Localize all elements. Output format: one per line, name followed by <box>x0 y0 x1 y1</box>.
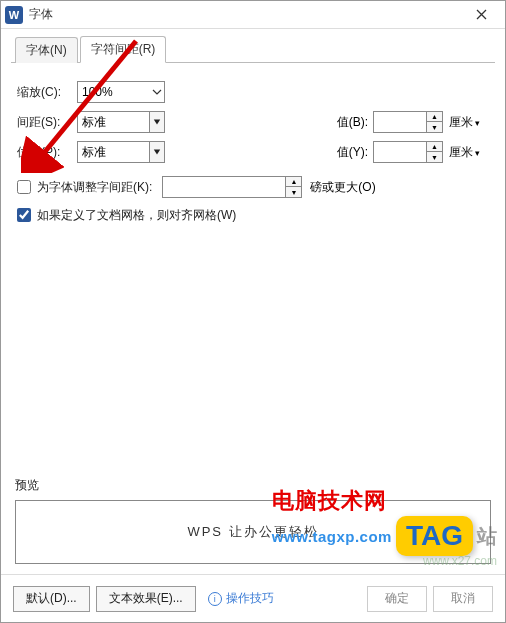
title-bar: W 字体 <box>1 1 505 29</box>
dialog-body: 字体(N) 字符间距(R) 缩放(C): 间距(S): 值 <box>1 29 505 622</box>
triangle-down-icon <box>153 148 161 156</box>
kerning-spinner[interactable]: ▲ ▼ <box>162 176 302 198</box>
position-select[interactable] <box>77 141 165 163</box>
position-y-up-button[interactable]: ▲ <box>427 142 442 152</box>
position-label: 位置(P): <box>17 144 77 161</box>
footer: 默认(D)... 文本效果(E)... i 操作技巧 确定 取消 <box>1 574 505 622</box>
tab-strip: 字体(N) 字符间距(R) <box>11 37 495 63</box>
kerning-label[interactable]: 为字体调整字间距(K): <box>37 179 152 196</box>
spacing-value-b-label: 值(B): <box>318 114 368 131</box>
kerning-up-button[interactable]: ▲ <box>286 177 301 187</box>
triangle-down-icon <box>153 118 161 126</box>
unit-caret-icon: ▾ <box>475 118 480 128</box>
cancel-button[interactable]: 取消 <box>433 586 493 612</box>
preview-section: 预览 WPS 让办公更轻松 <box>15 477 491 564</box>
unit-caret-icon: ▾ <box>475 148 480 158</box>
default-button[interactable]: 默认(D)... <box>13 586 90 612</box>
scale-combobox[interactable] <box>77 81 165 103</box>
info-icon: i <box>208 592 222 606</box>
window-title: 字体 <box>29 6 461 23</box>
spacing-value-b-spinner[interactable]: ▲ ▼ <box>373 111 443 133</box>
preview-label: 预览 <box>15 477 491 494</box>
spacing-b-down-button[interactable]: ▼ <box>427 122 442 132</box>
scale-dropdown-button[interactable] <box>149 82 164 102</box>
form-area: 缩放(C): 间距(S): 值(B): <box>11 63 495 229</box>
spacing-value[interactable] <box>78 115 149 129</box>
close-button[interactable] <box>461 1 501 29</box>
position-unit-y: 厘米▾ <box>449 144 489 161</box>
chevron-down-icon <box>152 87 162 97</box>
position-dropdown-button[interactable] <box>149 142 164 162</box>
ok-button[interactable]: 确定 <box>367 586 427 612</box>
preview-box: WPS 让办公更轻松 <box>15 500 491 564</box>
svg-marker-1 <box>154 150 160 155</box>
app-icon: W <box>5 6 23 24</box>
scale-label: 缩放(C): <box>17 84 77 101</box>
kerning-input[interactable] <box>163 180 285 194</box>
spacing-dropdown-button[interactable] <box>149 112 164 132</box>
spacing-unit-b: 厘米▾ <box>449 114 489 131</box>
tab-character-spacing[interactable]: 字符间距(R) <box>80 36 167 63</box>
spacing-label: 间距(S): <box>17 114 77 131</box>
svg-marker-0 <box>154 120 160 125</box>
position-value-y-input[interactable] <box>374 145 426 159</box>
preview-text: WPS 让办公更轻松 <box>187 523 318 541</box>
position-value[interactable] <box>78 145 149 159</box>
spacing-value-b-input[interactable] <box>374 115 426 129</box>
tips-link[interactable]: i 操作技巧 <box>208 590 274 607</box>
snap-grid-checkbox[interactable] <box>17 208 31 222</box>
tab-font[interactable]: 字体(N) <box>15 37 78 63</box>
close-icon <box>476 9 487 20</box>
position-y-down-button[interactable]: ▼ <box>427 152 442 162</box>
position-value-y-spinner[interactable]: ▲ ▼ <box>373 141 443 163</box>
position-value-y-label: 值(Y): <box>318 144 368 161</box>
spacing-b-up-button[interactable]: ▲ <box>427 112 442 122</box>
kerning-down-button[interactable]: ▼ <box>286 187 301 197</box>
kerning-after-label: 磅或更大(O) <box>310 179 375 196</box>
snap-grid-label[interactable]: 如果定义了文档网格，则对齐网格(W) <box>37 207 236 224</box>
tips-text: 操作技巧 <box>226 590 274 607</box>
text-effect-button[interactable]: 文本效果(E)... <box>96 586 196 612</box>
spacing-select[interactable] <box>77 111 165 133</box>
scale-input[interactable] <box>78 85 149 99</box>
kerning-checkbox[interactable] <box>17 180 31 194</box>
